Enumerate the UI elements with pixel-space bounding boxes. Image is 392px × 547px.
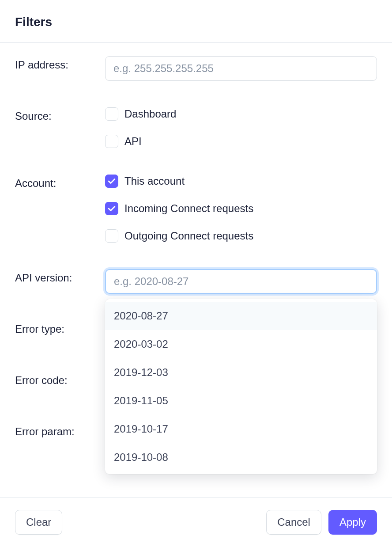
api-version-option[interactable]: 2019-10-08 — [105, 443, 377, 471]
error-param-label: Error param: — [15, 423, 105, 438]
api-version-option[interactable]: 2019-12-03 — [105, 358, 377, 387]
account-this-account-checkbox[interactable] — [105, 175, 118, 188]
account-option-incoming: Incoming Connect requests — [105, 202, 377, 215]
source-option-dashboard: Dashboard — [105, 107, 377, 121]
source-dashboard-checkbox[interactable] — [105, 107, 118, 121]
account-label: Account: — [15, 175, 105, 190]
api-version-label: API version: — [15, 269, 105, 284]
account-outgoing-checkbox[interactable] — [105, 229, 118, 243]
account-incoming-label: Incoming Connect requests — [124, 202, 253, 215]
field-account: Account: This account Incoming Connect r… — [15, 175, 377, 243]
source-api-label: API — [124, 135, 142, 148]
field-api-version: API version: 2020-08-27 2020-03-02 2019-… — [15, 269, 377, 294]
api-version-dropdown: 2020-08-27 2020-03-02 2019-12-03 2019-11… — [105, 299, 377, 474]
api-version-option[interactable]: 2019-10-17 — [105, 415, 377, 443]
account-option-outgoing: Outgoing Connect requests — [105, 229, 377, 243]
ip-address-label: IP address: — [15, 56, 105, 71]
filters-footer: Clear Cancel Apply — [0, 497, 392, 547]
api-version-input[interactable] — [105, 269, 377, 294]
error-code-label: Error code: — [15, 372, 105, 387]
field-source: Source: Dashboard API — [15, 107, 377, 148]
check-icon — [108, 205, 116, 213]
account-option-this-account: This account — [105, 175, 377, 188]
filters-form: IP address: Source: Dashboard API Accoun… — [0, 43, 392, 448]
field-ip-address: IP address: — [15, 56, 377, 81]
source-dashboard-label: Dashboard — [124, 108, 176, 120]
filters-header: Filters — [0, 0, 392, 43]
error-type-label: Error type: — [15, 320, 105, 335]
check-icon — [108, 177, 116, 185]
api-version-option[interactable]: 2019-11-05 — [105, 387, 377, 415]
source-option-api: API — [105, 135, 377, 148]
account-outgoing-label: Outgoing Connect requests — [124, 230, 253, 242]
source-api-checkbox[interactable] — [105, 135, 118, 148]
source-label: Source: — [15, 107, 105, 122]
account-this-account-label: This account — [124, 175, 185, 187]
api-version-option[interactable]: 2020-08-27 — [105, 302, 377, 330]
clear-button[interactable]: Clear — [15, 510, 62, 535]
api-version-option[interactable]: 2020-03-02 — [105, 330, 377, 358]
apply-button[interactable]: Apply — [328, 510, 377, 535]
page-title: Filters — [15, 15, 377, 29]
ip-address-input[interactable] — [105, 56, 377, 81]
cancel-button[interactable]: Cancel — [266, 510, 321, 535]
account-incoming-checkbox[interactable] — [105, 202, 118, 215]
